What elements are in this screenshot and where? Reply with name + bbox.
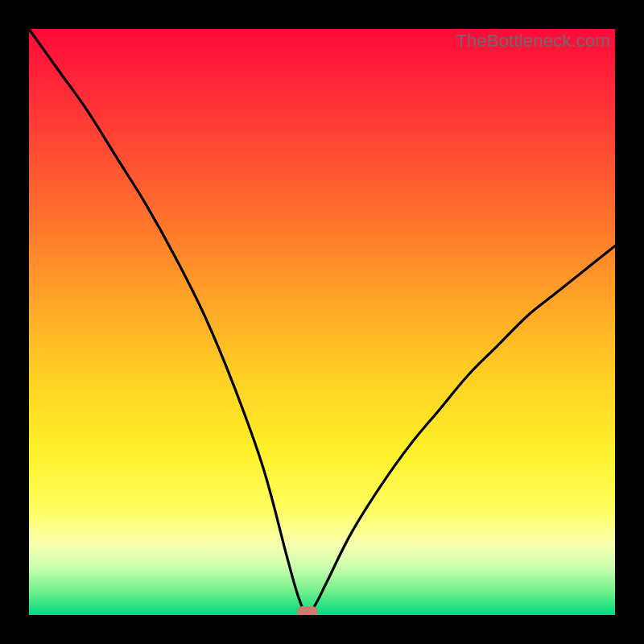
plot-area — [29, 29, 615, 615]
bottleneck-curve — [29, 29, 615, 615]
watermark-text: TheBottleneck.com — [456, 31, 610, 52]
chart-frame: TheBottleneck.com — [0, 0, 644, 644]
optimal-point-marker — [297, 606, 318, 615]
